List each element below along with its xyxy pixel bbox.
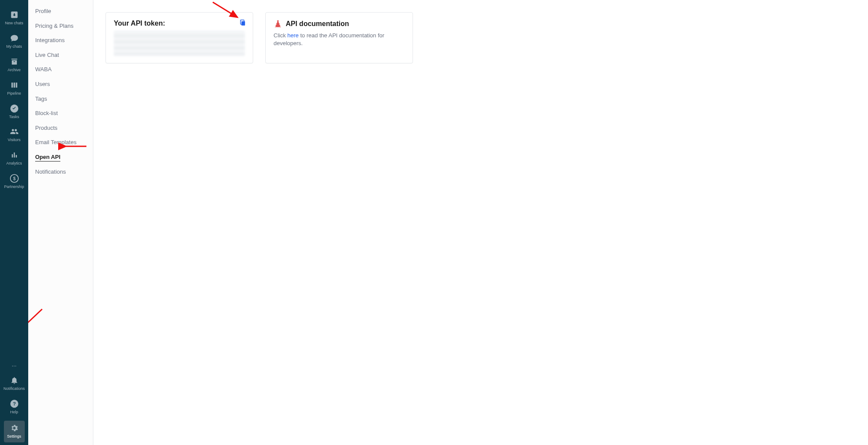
nav-label: Tasks xyxy=(9,115,19,119)
settings-sidebar: Profile Pricing & Plans Integrations Liv… xyxy=(28,0,93,445)
nav-new-chats[interactable]: New chats xyxy=(0,7,28,30)
api-token-value-redacted xyxy=(114,31,245,56)
nav-analytics[interactable]: Analytics xyxy=(0,147,28,170)
nav-label: Visitors xyxy=(8,138,20,142)
download-icon xyxy=(10,10,19,20)
svg-text:?: ? xyxy=(13,401,16,406)
nav-label: Archive xyxy=(7,68,20,73)
api-doc-icon xyxy=(274,20,282,28)
nav-label: Settings xyxy=(7,435,21,439)
nav-label: New chats xyxy=(5,21,23,26)
chat-icon xyxy=(10,33,19,43)
bar-chart-icon xyxy=(10,150,19,160)
check-circle-icon xyxy=(10,104,19,113)
nav-pipeline[interactable]: Pipeline xyxy=(0,77,28,100)
nav-label: Notifications xyxy=(3,387,25,391)
question-circle-icon: ? xyxy=(10,399,19,409)
settings-item-tags[interactable]: Tags xyxy=(28,92,93,106)
nav-archive[interactable]: Archive xyxy=(0,53,28,77)
main-content: Your API token: API documentation Click … xyxy=(93,0,868,445)
settings-item-email-templates[interactable]: Email Templates xyxy=(28,135,93,149)
card-title: API documentation xyxy=(286,20,349,28)
nav-visitors[interactable]: Visitors xyxy=(0,123,28,147)
settings-item-block-list[interactable]: Block-list xyxy=(28,106,93,120)
settings-item-users[interactable]: Users xyxy=(28,77,93,91)
settings-item-pricing[interactable]: Pricing & Plans xyxy=(28,19,93,33)
copy-icon[interactable] xyxy=(239,19,247,26)
archive-icon xyxy=(10,57,19,66)
settings-item-products[interactable]: Products xyxy=(28,121,93,135)
nav-my-chats[interactable]: My chats xyxy=(0,30,28,53)
nav-label: Help xyxy=(10,410,18,415)
svg-text:$: $ xyxy=(13,176,16,181)
dollar-circle-icon: $ xyxy=(10,174,19,183)
settings-item-waba[interactable]: WABA xyxy=(28,63,93,76)
pipeline-icon xyxy=(10,80,19,90)
settings-item-open-api[interactable]: Open API xyxy=(28,150,93,164)
api-documentation-card: API documentation Click here to read the… xyxy=(265,12,413,63)
settings-item-notifications[interactable]: Notifications xyxy=(28,165,93,179)
card-subtext: Click here to read the API documentation… xyxy=(274,32,405,47)
nav-label: Pipeline xyxy=(7,92,21,96)
nav-partnership[interactable]: $ Partnership xyxy=(0,170,28,194)
nav-more[interactable]: … xyxy=(12,357,17,372)
nav-tasks[interactable]: Tasks xyxy=(0,100,28,124)
gear-icon xyxy=(10,423,19,433)
api-token-card: Your API token: xyxy=(106,12,253,63)
primary-sidebar: New chats My chats Archive Pipeline Task… xyxy=(0,0,28,445)
bell-icon xyxy=(10,376,19,385)
nav-notifications[interactable]: Notifications xyxy=(0,372,28,396)
nav-label: Partnership xyxy=(4,185,24,189)
settings-item-profile[interactable]: Profile xyxy=(28,4,93,18)
nav-label: Analytics xyxy=(6,162,22,166)
users-icon xyxy=(10,127,19,136)
nav-label: My chats xyxy=(6,45,22,49)
card-title: Your API token: xyxy=(114,20,245,27)
nav-settings[interactable]: Settings xyxy=(4,421,25,442)
doc-link[interactable]: here xyxy=(287,32,299,39)
svg-rect-5 xyxy=(241,21,245,26)
settings-item-integrations[interactable]: Integrations xyxy=(28,33,93,47)
settings-item-live-chat[interactable]: Live Chat xyxy=(28,48,93,62)
nav-help[interactable]: ? Help xyxy=(0,396,28,419)
